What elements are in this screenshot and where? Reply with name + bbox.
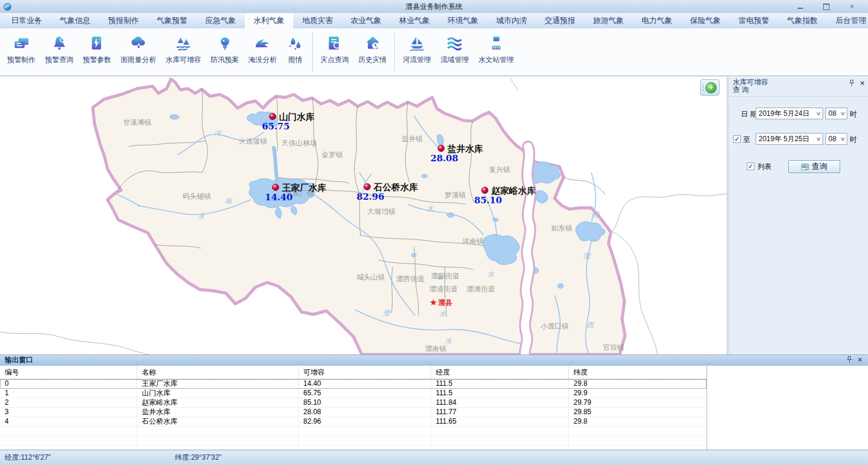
disaster-point-icon [326,34,344,53]
menu-tab[interactable]: 气象预警 [148,13,196,28]
marker-dot-icon[interactable] [273,184,279,191]
alert-make-icon [12,34,31,53]
output-close-icon[interactable]: × [857,356,862,363]
menu-tab[interactable]: 日常业务 [2,13,51,28]
county-seat: ★澧县 [429,297,452,307]
toolbar-button-label: 流域管理 [441,55,469,65]
table-column-header[interactable]: 可增容 [299,366,431,379]
table-cell [569,436,707,445]
toolbar-button-hydro-station[interactable]: 水文站管理 [474,30,519,65]
marker-dot-icon[interactable] [270,113,276,120]
toolbar-button-river-mgmt[interactable]: 河流管理 [398,30,436,65]
reservoir-value: 85.10 [474,195,502,206]
table-column-header[interactable]: 经度 [431,366,569,379]
table-cell: 29.85 [569,408,707,417]
menu-tab[interactable]: 气象信息 [51,13,99,28]
toolbar-button-reservoir-capacity[interactable]: 水库可增容 [161,30,206,65]
query-panel: 水库可增容 查 询 × 日 期 2019年 5月24日 ∨ 08 ∨ 时 至 [729,77,868,355]
marker-dot-icon[interactable] [438,145,445,152]
table-column-header[interactable]: 编号 [0,366,137,379]
toolbar-button-alert-params[interactable]: 预警参数 [78,30,116,65]
hour-from-select[interactable]: 08 ∨ [825,108,847,119]
table-cell: 29.8 [569,417,707,426]
river-label: 水 [426,204,434,213]
town-label: 梦溪镇 [445,191,466,199]
maximize-button[interactable] [821,2,831,11]
table-empty-row [0,436,707,446]
date-to-select[interactable]: 2019年 5月25日 ∨ [756,133,823,145]
table-cell: 赵家峪水库 [137,398,299,407]
table-column-header[interactable]: 名称 [137,366,299,379]
marker-dot-icon[interactable] [364,184,371,190]
table-cell: 29.8 [569,379,707,388]
map-canvas[interactable]: 涔南水水水澧水水松澹西 甘溪滩镇火连坡镇天供山林场金罗镇盐井镇复兴镇码头铺镇王家… [0,77,727,355]
panel-header: 水库可增容 查 询 × [729,77,868,97]
toolbar-button-label: 面雨量分析 [121,55,156,65]
menu-tab[interactable]: 城市内涝 [487,13,536,28]
panel-close-icon[interactable]: × [860,80,864,86]
menu-tab[interactable]: 旅游气象 [584,13,633,28]
menu-tab[interactable]: 保险气象 [681,13,730,28]
table-cell [137,427,299,435]
town-label: 城头山镇 [357,273,385,281]
menu-tab[interactable]: 应急气象 [196,13,245,28]
output-window: 输出窗口 × 编号名称可增容经度纬度 0王家厂水库14.40111.529.81… [0,355,868,450]
menu-tab[interactable]: 后台管理 [827,13,868,28]
menu-tab[interactable]: 农业气象 [342,13,390,28]
hour-to-select[interactable]: 08 ∨ [825,133,847,145]
toolbar-button-area-rain[interactable]: 面雨量分析 [116,30,161,65]
table-row[interactable]: 3盐井水库28.08111.7729.85 [0,408,707,417]
table-cell: 111.77 [431,408,569,417]
marker-dot-icon[interactable] [482,187,488,194]
reservoir-capacity-icon [174,34,193,53]
table-row[interactable]: 4石公桥水库82.96111.6529.8 [0,417,707,427]
menu-tab[interactable]: 环境气象 [439,13,487,28]
toolbar-button-alert-make[interactable]: 预警制作 [2,30,40,65]
toolbar-button-submerge-analysis[interactable]: 淹没分析 [244,30,281,65]
table-row[interactable]: 2赵家峪水库85.10111.8429.79 [0,398,707,408]
hour-suffix-label: 时 [850,135,857,145]
river-label: 水 [197,212,205,220]
toolbar-button-flood-plan[interactable]: 防汛预案 [206,30,244,65]
menu-tab[interactable]: 电力气象 [633,13,681,28]
toolbar-button-disaster-point[interactable]: 灾点查询 [316,30,354,65]
town-label: 甘溪滩镇 [123,118,151,126]
table-row[interactable]: 0王家厂水库14.40111.529.8 [0,379,707,389]
toolbar-button-disaster-history[interactable]: 历史灾情 [354,30,391,65]
toolbar-button-basin-mgmt[interactable]: 流域管理 [436,30,474,65]
pin-icon[interactable] [847,356,852,363]
table-cell: 1 [0,389,137,398]
to-checkbox[interactable] [733,135,741,143]
menu-tab[interactable]: 水利气象 [245,13,293,28]
table-column-header[interactable]: 纬度 [569,366,707,379]
toolbar-button-rain-info[interactable]: 雨情 [281,30,309,65]
table-row[interactable]: 1山门水库65.75111.529.9 [0,389,707,398]
map-add-button[interactable]: + [705,82,717,93]
rain-info-icon [286,34,305,53]
marker-highlight [271,115,273,116]
river-label: 水 [445,337,452,345]
table-cell: 85.10 [299,398,431,407]
minimize-button[interactable] [795,2,805,11]
toolbar-button-label: 雨情 [289,55,303,65]
table-cell: 29.9 [569,389,707,398]
table-cell [137,436,299,445]
menu-tab[interactable]: 雷电预警 [730,13,778,28]
menu-tab[interactable]: 气象指数 [778,13,827,28]
town-label: 如东镇 [551,224,572,232]
date-from-select[interactable]: 2019年 5月24日 ∨ [756,108,823,119]
toolbar-button-alert-search[interactable]: 预警查询 [40,30,78,65]
table-cell [299,436,431,445]
table-cell: 65.75 [299,389,431,398]
table-cell: 14.40 [299,379,431,388]
menu-tab[interactable]: 林业气象 [390,13,439,28]
table-cell: 111.65 [431,417,569,426]
submerge-analysis-icon [254,34,272,53]
menu-tab[interactable]: 预报制作 [99,13,148,28]
menu-tab[interactable]: 地质灾害 [293,13,342,28]
menu-tab[interactable]: 交通预报 [536,13,584,28]
town-label: 小渡口镇 [540,322,569,330]
close-button[interactable]: × [847,2,857,11]
query-button[interactable]: 查询 [788,160,840,173]
pin-icon[interactable] [849,80,854,86]
